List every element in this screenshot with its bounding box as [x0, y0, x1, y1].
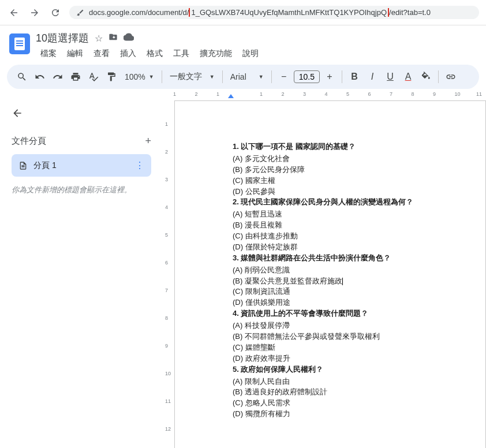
ruler-tick: 7: [390, 91, 392, 97]
question-option[interactable]: (B) 多元公民身分保障: [233, 165, 457, 176]
menu-bar: 檔案 編輯 查看 插入 格式 工具 擴充功能 說明: [36, 46, 477, 61]
document-title[interactable]: 10題選擇題: [36, 31, 89, 45]
question-option[interactable]: (A) 限制人民自由: [233, 376, 457, 387]
italic-button[interactable]: I: [364, 69, 380, 85]
ruler-tick: 1: [260, 91, 263, 97]
fontsize-input[interactable]: 10.5: [294, 70, 320, 83]
menu-view[interactable]: 查看: [89, 46, 114, 61]
ruler-tick: 10: [455, 91, 461, 97]
document-page[interactable]: 1. 以下哪一項不是 國家認同的基礎？(A) 多元文化社會(B) 多元公民身分保…: [174, 100, 486, 448]
paint-format-button[interactable]: [103, 69, 119, 85]
question-option[interactable]: (D) 僅限於特定族群: [233, 242, 457, 253]
indent-marker[interactable]: [228, 94, 234, 98]
outline-title: 文件分頁: [12, 136, 46, 147]
site-info-icon: [76, 9, 84, 17]
spellcheck-button[interactable]: [85, 69, 102, 85]
question-option[interactable]: (D) 獨攬所有權力: [233, 409, 457, 420]
sidebar-back-button[interactable]: [12, 107, 151, 121]
question-title[interactable]: 2. 現代民主國家保障公民身分與人權的演變過程為何？: [233, 197, 457, 207]
address-bar[interactable]: docs.google.com/document/d/1_GQsLWXB74Uq…: [69, 6, 479, 19]
ruler-tick: 9: [165, 343, 168, 349]
undo-button[interactable]: [32, 69, 48, 85]
ruler-tick: 5: [346, 91, 349, 97]
question-option[interactable]: (B) 凝聚公共意見並監督政府施政: [233, 276, 457, 287]
menu-format[interactable]: 格式: [142, 46, 167, 61]
url-text: docs.google.com/document/d/1_GQsLWXB74Uq…: [89, 8, 431, 17]
underline-button[interactable]: U: [382, 69, 398, 85]
question-option[interactable]: (A) 短暫且迅速: [233, 209, 457, 220]
question-option[interactable]: (A) 削弱公民意識: [233, 265, 457, 276]
redo-button[interactable]: [50, 69, 66, 85]
highlight-color-button[interactable]: [418, 69, 434, 85]
fontsize-increase-button[interactable]: +: [321, 69, 338, 85]
ruler-tick: 6: [165, 260, 168, 266]
menu-help[interactable]: 說明: [238, 46, 263, 61]
ruler-tick: 6: [368, 91, 371, 97]
back-button[interactable]: [7, 6, 21, 20]
outline-sidebar: 文件分頁 + 分頁 1 ⋮ 你為文件新增的標題會顯示在這裡。: [0, 98, 163, 448]
add-tab-button[interactable]: +: [145, 135, 151, 147]
ruler-tick: 11: [165, 398, 171, 404]
question-option[interactable]: (A) 多元文化社會: [233, 154, 457, 165]
ruler-tick: 10: [165, 371, 171, 376]
menu-extensions[interactable]: 擴充功能: [195, 46, 237, 61]
ruler-tick: 1: [165, 121, 168, 127]
question-title[interactable]: 3. 媒體與社群網路在公共生活中扮演什麼角色？: [233, 253, 457, 263]
search-menus-button[interactable]: [14, 69, 30, 85]
move-icon[interactable]: [109, 32, 118, 44]
menu-insert[interactable]: 插入: [115, 46, 141, 61]
ruler-tick: 1: [216, 91, 219, 97]
ruler-tick: 2: [165, 149, 168, 155]
question-option[interactable]: (B) 透過良好的政府體制設計: [233, 387, 457, 398]
ruler-tick: 3: [165, 177, 168, 182]
tab-label: 分頁 1: [33, 160, 57, 171]
question-option[interactable]: (C) 限制資訊流通: [233, 286, 457, 297]
font-dropdown[interactable]: Arial▼: [227, 69, 267, 85]
star-icon[interactable]: ☆: [95, 33, 103, 44]
question-title[interactable]: 1. 以下哪一項不是 國家認同的基礎？: [233, 141, 457, 152]
ruler-tick: 7: [165, 288, 168, 293]
print-button[interactable]: [68, 69, 84, 85]
question-option[interactable]: (B) 漫長且複雜: [233, 220, 457, 231]
ruler-tick: 5: [165, 232, 168, 238]
ruler-tick: 11: [476, 91, 482, 97]
text-color-button[interactable]: A: [400, 69, 416, 85]
question-option[interactable]: (A) 科技發展停滯: [233, 320, 457, 331]
document-tab-1[interactable]: 分頁 1 ⋮: [12, 154, 151, 177]
ruler-tick: 2: [195, 91, 198, 97]
vertical-ruler[interactable]: 123456789101112: [163, 98, 174, 448]
ruler-tick: 3: [303, 91, 306, 97]
bold-button[interactable]: B: [346, 69, 362, 85]
cloud-status-icon[interactable]: [124, 32, 134, 44]
ruler-tick: 12: [165, 426, 171, 432]
question-option[interactable]: (D) 公民參與: [233, 186, 457, 197]
menu-tools[interactable]: 工具: [169, 46, 194, 61]
horizontal-ruler[interactable]: 1211234567891011: [173, 89, 486, 98]
question-option[interactable]: (B) 不同群體無法公平參與或發聲來爭取權利: [233, 331, 457, 342]
menu-file[interactable]: 檔案: [36, 46, 61, 61]
google-docs-icon[interactable]: [9, 33, 30, 54]
question-option[interactable]: (C) 國家主權: [233, 176, 457, 186]
outline-hint: 你為文件新增的標題會顯示在這裡。: [12, 185, 151, 195]
zoom-dropdown[interactable]: 100%▼: [121, 69, 158, 85]
tab-more-button[interactable]: ⋮: [135, 160, 144, 171]
url-doc-id: 1_GQsLWXB74UqUvyEfqMamthLnMFKttTQ1KYPOIh…: [189, 8, 389, 17]
page-icon: [18, 161, 28, 170]
insert-link-button[interactable]: [443, 69, 459, 85]
ruler-tick: 8: [412, 91, 414, 97]
reload-button[interactable]: [48, 6, 62, 20]
ruler-tick: 1: [173, 91, 176, 97]
ruler-tick: 4: [325, 91, 328, 97]
fontsize-decrease-button[interactable]: −: [276, 69, 292, 85]
forward-button[interactable]: [28, 6, 42, 20]
question-option[interactable]: (D) 僅供娛樂用途: [233, 297, 457, 308]
question-option[interactable]: (C) 忽略人民需求: [233, 398, 457, 409]
question-title[interactable]: 5. 政府如何保障人民權利？: [233, 364, 457, 375]
question-option[interactable]: (C) 媒體壟斷: [233, 342, 457, 353]
question-option[interactable]: (C) 由科技進步推動: [233, 231, 457, 242]
menu-edit[interactable]: 編輯: [62, 46, 88, 61]
question-title[interactable]: 4. 資訊使用上的不平等會導致什麼問題？: [233, 308, 457, 319]
paragraph-style-dropdown[interactable]: 一般文字▼: [166, 69, 218, 85]
ruler-tick: 9: [433, 91, 436, 97]
question-option[interactable]: (D) 政府效率提升: [233, 353, 457, 364]
